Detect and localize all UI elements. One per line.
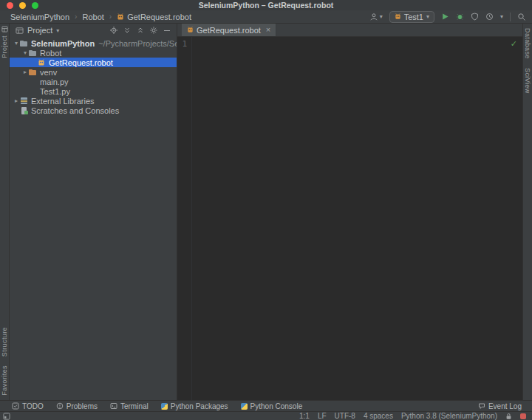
profiler-button[interactable] [485,13,494,21]
todo-icon [12,402,19,410]
tree-item-label: SeleniumPython [31,39,95,48]
tree-item-getrequest-robot[interactable]: GetRequest.robot [10,58,177,67]
toolwindow-problems-button[interactable]: Problems [56,402,98,410]
encoding-widget[interactable]: UTF-8 [335,412,355,420]
toolwindow-event-log-button[interactable]: Event Log [478,402,522,410]
chevron-right-icon[interactable]: ▸ [21,69,29,75]
collapse-all-button[interactable] [136,26,145,35]
breadcrumb: SeleniumPython › Robot › GetRequest.robo… [10,13,191,21]
code-with-me-button[interactable]: ▾ [369,13,383,21]
hide-panel-button[interactable] [163,26,171,35]
folder-icon [29,49,37,57]
line-separator-widget[interactable]: LF [318,412,327,420]
more-run-actions-button[interactable]: ▾ [500,14,503,20]
run-configuration-select[interactable]: Test1 ▾ [389,11,434,23]
bottom-toolwindow-left: TODO Problems Terminal Python Packages P… [12,402,302,410]
folder-icon [20,39,28,47]
toolwindow-stripe-structure[interactable]: Structure [1,327,8,357]
tree-item-robot-folder[interactable]: ▾ Robot [10,48,177,58]
run-with-coverage-button[interactable] [471,13,479,21]
tree-item-label: venv [40,68,57,77]
editor-tab-getrequest[interactable]: GetRequest.robot × [182,24,276,36]
main-area: Project Structure Favorites Project ▾ [0,24,532,400]
project-panel-title[interactable]: Project [27,26,52,35]
editor-gutter: 1 [177,37,192,400]
status-widgets: 1:1 LF UTF-8 4 spaces Python 3.8 (Seleni… [299,412,526,420]
toolwindow-todo-button[interactable]: TODO [12,402,44,410]
toolwindow-python-console-button[interactable]: Python Console [241,402,303,410]
indent-widget[interactable]: 4 spaces [364,412,393,420]
notification-indicator-icon[interactable] [520,413,526,419]
robot-file-icon [187,27,194,33]
toolwindow-toggle-icon[interactable] [3,413,10,420]
tree-item-test1-py[interactable]: Test1.py [10,86,177,96]
fullscreen-window-button[interactable] [32,2,38,9]
panel-icon [16,27,24,35]
close-window-button[interactable] [7,2,13,9]
editor-area: GetRequest.robot × 1 ✓ [177,24,522,400]
tree-item-scratches[interactable]: Scratches and Consoles [10,106,177,115]
interpreter-widget[interactable]: Python 3.8 (SeleniumPython) [401,412,497,420]
chevron-down-icon: ▾ [500,14,503,20]
toolwindow-stripe-sciview[interactable]: SciView [524,68,531,94]
python-file-icon [29,78,37,86]
toolwindow-label: Problems [66,402,98,410]
run-button[interactable] [441,13,449,21]
scratches-icon [20,106,28,114]
right-tool-strip: Database SciView [522,24,532,400]
chevron-down-icon[interactable]: ▾ [13,41,20,47]
tree-item-venv-folder[interactable]: ▸ venv [10,67,177,77]
robot-file-icon [117,13,124,21]
breadcrumb-folder[interactable]: Robot [82,13,103,21]
panel-settings-button[interactable] [149,26,158,35]
minimize-window-button[interactable] [19,2,26,9]
toolwindow-stripe-favorites[interactable]: Favorites [1,365,8,396]
toolwindow-label: Terminal [120,402,149,410]
toolwindow-label: Python Packages [171,402,228,410]
tree-item-label: Test1.py [40,87,70,96]
user-icon [369,13,378,21]
tree-item-main-py[interactable]: main.py [10,77,177,86]
project-tool-window: Project ▾ ▾ SeleniumPython ~/PycharmProj… [10,24,177,400]
editor[interactable]: 1 ✓ [177,37,522,400]
editor-content[interactable] [192,37,522,400]
inspections-ok-icon[interactable]: ✓ [511,39,517,49]
tree-item-label: GetRequest.robot [49,58,113,67]
chevron-down-icon: ▾ [426,14,429,20]
toolwindow-python-packages-button[interactable]: Python Packages [161,402,228,410]
chevron-down-icon[interactable]: ▾ [21,50,29,56]
project-panel-header: Project ▾ [10,24,177,37]
chevron-right-icon[interactable]: ▸ [13,98,20,104]
toolwindow-stripe-database[interactable]: Database [524,28,531,59]
python-icon [161,403,168,410]
libraries-icon [20,97,28,105]
python-icon [241,403,248,410]
macos-traffic-lights [0,2,38,9]
pycharm-window: SeleniumPython – GetRequest.robot Seleni… [0,0,532,420]
python-file-icon [29,87,37,95]
debug-button[interactable] [456,13,464,21]
toolbar-separator [510,13,511,21]
locate-file-button[interactable] [109,26,118,35]
navigation-bar: SeleniumPython › Robot › GetRequest.robo… [0,10,532,24]
panel-header-actions [109,26,171,35]
left-tool-strip: Project Structure Favorites [0,24,10,400]
tree-item-external-libraries[interactable]: ▸ External Libraries [10,96,177,106]
problems-icon [56,402,64,410]
close-tab-icon[interactable]: × [266,26,270,34]
line-number: 1 [177,39,187,49]
editor-tab-label: GetRequest.robot [197,26,261,35]
chevron-down-icon[interactable]: ▾ [56,27,59,34]
terminal-icon [110,402,117,410]
breadcrumb-file[interactable]: GetRequest.robot [117,13,191,21]
tree-item-label: Scratches and Consoles [31,106,119,115]
breadcrumb-project[interactable]: SeleniumPython [10,13,69,21]
caret-position-widget[interactable]: 1:1 [299,412,310,420]
lock-icon[interactable] [505,413,512,420]
search-everywhere-button[interactable] [517,13,526,21]
toolwindow-terminal-button[interactable]: Terminal [110,402,149,410]
expand-all-button[interactable] [123,26,132,35]
status-bar: 1:1 LF UTF-8 4 spaces Python 3.8 (Seleni… [0,411,532,420]
tree-item-project-root[interactable]: ▾ SeleniumPython ~/PycharmProjects/Selen… [10,38,177,48]
toolwindow-stripe-project[interactable]: Project [1,35,8,58]
